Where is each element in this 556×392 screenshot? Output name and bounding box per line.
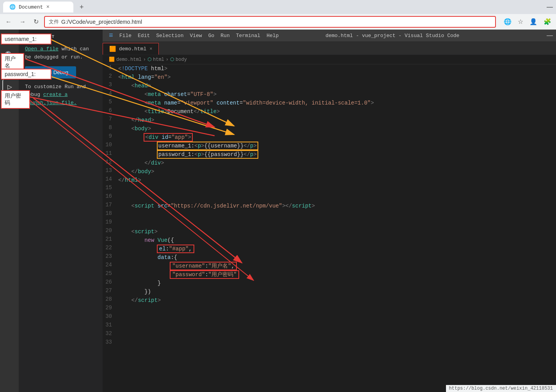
browser-tab[interactable]: 🌐 Document × — [3, 2, 73, 12]
code-content-21: new Vue({ — [118, 236, 556, 245]
code-content-3: <head> — [118, 82, 556, 90]
code-line-32: 32 — [103, 330, 556, 339]
nav-right-buttons: 🌐 ☆ 👤 🧩 — [502, 16, 553, 27]
line-num-15: 15 — [103, 184, 118, 193]
line-num-33: 33 — [103, 339, 118, 348]
window-minimize-btn[interactable]: — — [547, 4, 553, 11]
code-content-2: <html lang="en"> — [118, 73, 556, 82]
menu-go[interactable]: Go — [205, 30, 218, 41]
code-line-1: 1 <!DOCTYPE html> — [103, 64, 556, 73]
profile-button[interactable]: 👤 — [528, 16, 539, 27]
line-num-22: 22 — [103, 245, 118, 253]
code-content-19 — [118, 219, 556, 227]
breadcrumb-html: html — [153, 57, 164, 62]
extensions-button[interactable]: 🧩 — [542, 16, 553, 27]
line-num-20: 20 — [103, 227, 118, 236]
address-input[interactable] — [61, 19, 491, 25]
code-line-18: 18 — [103, 210, 556, 219]
code-content-27: }) — [118, 287, 556, 296]
code-content-1: <!DOCTYPE html> — [118, 64, 556, 73]
code-editor-content: 1 <!DOCTYPE html> 2 <html lang="en"> 3 <… — [103, 64, 556, 392]
code-line-28: 28 </script> — [103, 296, 556, 305]
code-line-26: 26 } — [103, 279, 556, 287]
code-content-18 — [118, 210, 556, 219]
code-line-4: 4 <meta charset="UTF-8"> — [103, 90, 556, 99]
url-status-bar: https://blog.csdn.net/weixin_42118531 — [446, 385, 556, 392]
line-num-14: 14 — [103, 176, 118, 184]
menu-help[interactable]: Help — [263, 30, 282, 41]
line-num-24: 24 — [103, 262, 118, 270]
line-num-17: 17 — [103, 202, 118, 210]
bookmark-button[interactable]: ☆ — [516, 16, 525, 27]
editor-tab-demo-html[interactable]: 🟧 demo.html × — [103, 43, 159, 55]
username-label-text: username_1: — [5, 36, 37, 42]
code-content-13: </body> — [118, 167, 556, 176]
line-num-27: 27 — [103, 287, 118, 296]
code-line-27: 27 }) — [103, 287, 556, 296]
code-content-5: <meta name="viewport" content="width=dev… — [118, 99, 556, 107]
line-num-30: 30 — [103, 313, 118, 322]
tab-title: Document — [19, 4, 43, 10]
code-line-14: 14 </html> — [103, 176, 556, 184]
vscode-menubar: ≡ File Edit Selection View Go Run Termin… — [103, 30, 556, 41]
menu-file[interactable]: File — [116, 30, 135, 41]
code-area: 1 <!DOCTYPE html> 2 <html lang="en"> 3 <… — [103, 64, 556, 392]
tab-close-btn[interactable]: × — [46, 4, 49, 10]
annotation-overlay: username_1: 用户名 password_1: 用户密码 — [0, 30, 84, 108]
code-line-10: 10 username_1:<p>{{username}}</p> — [103, 142, 556, 150]
code-line-7: 7 </head> — [103, 116, 556, 124]
main-layout: username_1: 用户名 password_1: 用户密码 ⧉ 🔍 ⑂ ▷… — [0, 30, 556, 392]
line-num-18: 18 — [103, 210, 118, 219]
code-content-16 — [118, 193, 556, 202]
code-content-25: "password":"用户密码" — [118, 270, 556, 279]
code-line-16: 16 — [103, 193, 556, 202]
code-line-3: 3 <head> — [103, 82, 556, 90]
address-lock-icon: 文件 — [49, 18, 59, 25]
forward-button[interactable]: → — [17, 17, 28, 27]
line-num-9: 9 — [103, 133, 118, 142]
vscode-window-title: demo.html - vue_project - Visual Studio … — [325, 33, 459, 39]
line-num-28: 28 — [103, 296, 118, 305]
tab-close-button[interactable]: × — [149, 46, 152, 52]
back-button[interactable]: ← — [3, 17, 14, 27]
translate-button[interactable]: 🌐 — [502, 16, 513, 27]
code-content-24: "username":"用户名", — [118, 262, 556, 270]
code-line-2: 2 <html lang="en"> — [103, 73, 556, 82]
line-num-23: 23 — [103, 253, 118, 262]
code-content-4: <meta charset="UTF-8"> — [118, 90, 556, 99]
new-tab-button[interactable]: + — [76, 3, 87, 11]
code-content-12: </div> — [118, 159, 556, 167]
breadcrumb-sep2: › — [166, 57, 169, 62]
menu-terminal[interactable]: Terminal — [233, 30, 263, 41]
code-content-32 — [118, 330, 556, 339]
code-line-29: 29 — [103, 305, 556, 313]
address-bar-wrapper: 文件 — [44, 16, 496, 28]
breadcrumb-html-icon: 🟧 — [109, 57, 115, 62]
line-num-11: 11 — [103, 150, 118, 159]
menu-selection[interactable]: Selection — [153, 30, 187, 41]
menu-view[interactable]: View — [187, 30, 205, 41]
url-status-text: https://blog.csdn.net/weixin_42118531 — [449, 386, 553, 391]
breadcrumb-sep1: › — [143, 57, 146, 62]
menu-edit[interactable]: Edit — [135, 30, 153, 41]
password-label-box: password_1: — [1, 69, 52, 80]
line-num-31: 31 — [103, 322, 118, 330]
menu-run[interactable]: Run — [217, 30, 233, 41]
vscode-minimize-button[interactable]: — — [547, 32, 553, 39]
line-num-1: 1 — [103, 64, 118, 73]
line-num-3: 3 — [103, 82, 118, 90]
code-line-17: 17 <script src="https://cdn.jsdelivr.net… — [103, 202, 556, 210]
refresh-button[interactable]: ↻ — [31, 16, 41, 27]
code-content-31 — [118, 322, 556, 330]
code-line-15: 15 — [103, 184, 556, 193]
code-line-21: 21 new Vue({ — [103, 236, 556, 245]
code-content-9: <div id="app"> — [118, 133, 556, 142]
line-num-19: 19 — [103, 219, 118, 227]
browser-navbar: ← → ↻ 文件 🌐 ☆ 👤 🧩 — [0, 14, 556, 30]
password-result-text: 用户密码 — [5, 92, 21, 106]
tab-filename: demo.html — [119, 46, 146, 52]
code-line-31: 31 — [103, 322, 556, 330]
vscode-logo: ≡ — [106, 30, 116, 41]
line-num-6: 6 — [103, 107, 118, 116]
line-num-29: 29 — [103, 305, 118, 313]
